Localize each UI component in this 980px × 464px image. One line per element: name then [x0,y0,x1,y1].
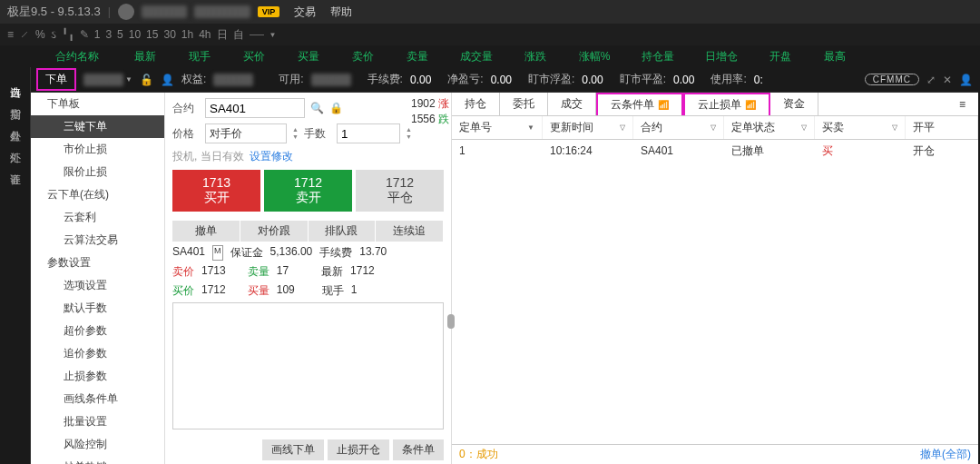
cancel-all-link[interactable]: 撤单(全部) [920,447,971,462]
mini-opp[interactable]: 对价跟 [240,221,309,242]
col-askq[interactable]: 卖量 [390,49,445,64]
tree-hotkey[interactable]: 炒单热键 [31,456,164,464]
price-select[interactable]: 对手价 [205,123,287,143]
menu-icon[interactable]: ≡ [7,28,14,41]
dropdown-icon[interactable]: ▼ [270,31,277,39]
col-status[interactable]: 定单状态▽ [724,116,815,139]
rail-fav[interactable]: 自选 [0,67,30,89]
tb-10[interactable]: 10 [129,28,141,41]
rail-foreign[interactable]: 外盘 [0,111,30,133]
rail-stock[interactable]: 证券 [0,154,30,176]
chart-line-icon[interactable]: ⟋ [19,28,30,41]
btn-draw[interactable]: 画线下单 [262,439,324,460]
account-dd[interactable]: xxxx▼ [83,74,132,86]
person-icon[interactable]: 👤 [959,74,973,86]
col-last[interactable]: 最新 [118,49,172,64]
tree-draw[interactable]: 画线条件单 [31,388,164,410]
col-bid[interactable]: 买价 [227,49,281,64]
tree-arb[interactable]: 云套利 [31,206,164,229]
nav-help[interactable]: 帮助 [330,5,352,20]
tree-orderpad[interactable]: 下单板 [31,93,164,115]
tree-defqty[interactable]: 默认手数 [31,297,164,320]
order-row[interactable]: 1 10:16:24 SA401 已撤单 买 开仓 [452,140,978,162]
tb-custom[interactable]: 自 [233,27,244,43]
tb-3[interactable]: 3 [105,28,112,41]
tree-3key[interactable]: 三键下单 [31,115,164,138]
col-oc[interactable]: 开平 [906,116,978,139]
tab-cloudstop[interactable]: 云止损单📶 [683,93,770,115]
col-bs[interactable]: 买卖▽ [815,116,906,139]
rail-futures[interactable]: 期货 [0,89,30,111]
chart-s-icon[interactable]: ઽ [51,28,56,41]
tb-5[interactable]: 5 [117,28,123,41]
user-icon[interactable]: 👤 [161,74,174,86]
close-button[interactable]: 1712 平仓 [356,170,444,212]
panel-menu-icon[interactable]: ≡ [946,93,978,115]
tree-lmt-stop[interactable]: 限价止损 [31,161,164,183]
col-high[interactable]: 最高 [808,49,862,64]
col-time[interactable]: 更新时间▽ [543,116,633,139]
tb-day[interactable]: 日 [217,27,228,43]
col-orderid[interactable]: 定单号▼ [452,116,543,139]
col-sym[interactable]: 合约▽ [633,116,724,139]
tree-params[interactable]: 参数设置 [31,252,164,274]
tree-opts[interactable]: 选项设置 [31,274,164,297]
lock-icon[interactable]: 🔓 [140,74,153,86]
price-spinner[interactable]: ▲▼ [292,126,299,141]
search-icon[interactable]: 🔍 [310,102,324,114]
chart-pencil-icon[interactable]: ✎ [80,28,89,41]
col-totvol[interactable]: 成交量 [445,49,508,64]
tree-stop[interactable]: 止损参数 [31,365,164,388]
tab-funds[interactable]: 资金 [770,93,818,115]
col-open[interactable]: 开盘 [753,49,808,64]
col-oi[interactable]: 持仓量 [626,49,690,64]
tb-1[interactable]: 1 [94,28,101,41]
qty-spinner[interactable]: ▲▼ [406,126,412,141]
order-tab[interactable]: 下单 [36,68,76,91]
cfmmc-badge[interactable]: CFMMC [865,74,919,85]
buy-open-button[interactable]: 1713 买开 [172,170,260,212]
close-icon[interactable]: ✕ [943,74,952,86]
contract-input[interactable] [205,98,305,118]
tb-30[interactable]: 30 [163,28,175,41]
tree-mkt-stop[interactable]: 市价止损 [31,138,164,161]
tb-1h[interactable]: 1h [181,28,193,41]
tree-chase[interactable]: 追价参数 [31,342,164,365]
col-bidq[interactable]: 买量 [281,49,336,64]
splitter-grip[interactable] [447,314,455,329]
chart-perc-icon[interactable]: % [35,28,45,41]
tree-cloud[interactable]: 云下单(在线) [31,183,164,206]
tb-15[interactable]: 15 [146,28,158,41]
lbl-price: 价格 [172,126,200,142]
col-ask[interactable]: 卖价 [336,49,390,64]
tab-fills[interactable]: 成交 [548,93,596,115]
qty-input[interactable] [337,123,400,143]
col-chgp[interactable]: 涨幅% [563,49,626,64]
cell-oc: 开仓 [906,140,978,162]
tree-batch[interactable]: 批量设置 [31,410,164,433]
btn-cond[interactable]: 条件单 [393,439,444,460]
tab-cloudcond[interactable]: 云条件单📶 [596,93,683,115]
sell-open-button[interactable]: 1712 卖开 [264,170,352,212]
avatar[interactable] [118,4,134,20]
lock-icon[interactable]: 🔒 [329,102,343,114]
tb-4h[interactable]: 4h [199,28,211,41]
col-oichg[interactable]: 日增仓 [690,49,753,64]
tab-position[interactable]: 持仓 [452,93,500,115]
tree-risk[interactable]: 风险控制 [31,433,164,456]
mini-queue[interactable]: 排队跟 [309,221,377,242]
settings-link[interactable]: 设置修改 [250,149,293,164]
expand-icon[interactable]: ⤢ [926,74,936,86]
rail-fx[interactable]: 外汇 [0,133,30,154]
nav-trade[interactable]: 交易 [294,5,316,20]
btn-stopopen[interactable]: 止损开仓 [328,439,389,460]
tree-algo[interactable]: 云算法交易 [31,229,164,252]
chart-candle-icon[interactable]: ╹╻ [62,28,74,41]
col-vol[interactable]: 现手 [172,49,227,64]
col-name[interactable]: 合约名称 [36,49,118,64]
col-chg[interactable]: 涨跌 [508,49,563,64]
mini-chase[interactable]: 连续追 [376,221,444,242]
tree-over[interactable]: 超价参数 [31,320,164,342]
mini-cancel[interactable]: 撤单 [172,221,240,242]
tab-orders[interactable]: 委托 [500,93,548,115]
